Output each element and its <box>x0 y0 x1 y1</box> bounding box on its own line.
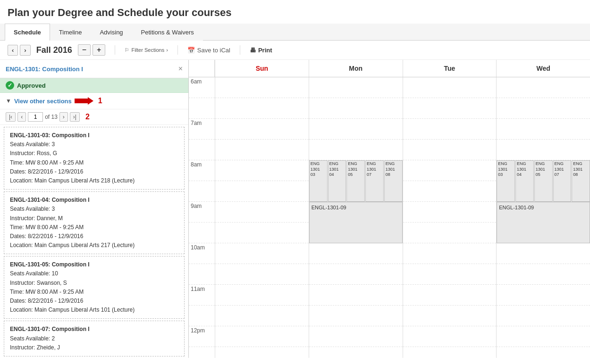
mon-slot-7am <box>309 119 403 140</box>
tue-slot-8am-h <box>403 181 497 202</box>
section-03-seats: Seats Available: 3 <box>10 140 178 149</box>
sun-slot-11am <box>215 285 309 306</box>
calendar-panel: Sun Mon Tue Wed 6am 7am 8am 9am 10am 11a… <box>189 60 590 358</box>
page-prev-button[interactable]: ‹ <box>17 112 26 122</box>
section-list: ENGL-1301-03: Composition I Seats Availa… <box>0 127 188 356</box>
wed-block-09[interactable]: ENGL-1301-09 <box>497 202 590 243</box>
sun-slot-7am <box>215 119 309 140</box>
time-11am-half <box>189 306 215 326</box>
mon-block-04[interactable]: ENG130104 <box>328 160 346 202</box>
section-item-05[interactable]: ENGL-1301-05: Composition I Seats Availa… <box>4 256 185 319</box>
wed-slot-11am <box>497 285 590 306</box>
tue-slot-10am <box>403 243 497 264</box>
semester-nav: ‹ › Fall 2016 − + <box>8 44 105 56</box>
time-8am-half <box>189 181 215 202</box>
mon-slot-11am <box>309 285 403 306</box>
toggle-collapse-icon[interactable]: ▼ <box>6 98 11 104</box>
section-07-seats: Seats Available: 2 <box>10 334 178 343</box>
tue-slot-12pm-h <box>403 347 497 358</box>
page-next-button[interactable]: › <box>59 112 68 122</box>
tab-schedule[interactable]: Schedule <box>5 24 50 41</box>
svg-marker-0 <box>75 97 93 105</box>
time-6am-half <box>189 98 215 119</box>
wed-block-07[interactable]: ENG130107 <box>553 160 572 202</box>
section-03-time: Time: MW 8:00 AM - 9:25 AM <box>10 158 178 167</box>
filter-label: Filter Sections <box>131 47 164 53</box>
toolbar-divider <box>115 45 115 55</box>
filter-sections-button[interactable]: ⚐ Filter Sections › <box>125 47 168 53</box>
zoom-in-button[interactable]: + <box>93 44 105 56</box>
wed-slot-9am: ENGL-1301-09 <box>497 202 590 223</box>
section-03-location: Location: Main Campus Liberal Arts 218 (… <box>10 176 178 185</box>
section-04-seats: Seats Available: 3 <box>10 205 178 214</box>
wed-block-05[interactable]: ENG130105 <box>534 160 553 202</box>
section-05-dates: Dates: 8/22/2016 - 12/9/2016 <box>10 297 178 306</box>
approved-label: Approved <box>17 82 46 89</box>
section-03-instructor: Instructor: Ross, G <box>10 149 178 158</box>
filter-arrow-icon: › <box>166 47 168 53</box>
sun-slot-11am-h <box>215 306 309 326</box>
section-07-instructor: Instructor: Zheide, J <box>10 343 178 352</box>
wed-block-04[interactable]: ENG130104 <box>515 160 534 202</box>
sun-slot-12pm <box>215 326 309 347</box>
zoom-out-button[interactable]: − <box>78 44 91 56</box>
filter-icon: ⚐ <box>125 47 129 53</box>
time-10am-half <box>189 264 215 285</box>
page-last-button[interactable]: ›| <box>70 112 80 122</box>
tue-slot-9am <box>403 202 497 223</box>
sun-slot-6am <box>215 77 309 98</box>
page-number-input[interactable] <box>28 112 43 122</box>
section-04-dates: Dates: 8/22/2016 - 12/9/2016 <box>10 232 178 241</box>
mon-slot-6am-h <box>309 98 403 119</box>
section-04-instructor: Instructor: Danner, M <box>10 214 178 223</box>
close-button[interactable]: × <box>178 65 183 73</box>
save-ical-button[interactable]: 📅 Save to iCal <box>187 47 230 54</box>
wed-block-03[interactable]: ENG130103 <box>497 160 515 202</box>
section-04-title: ENGL-1301-04: Composition I <box>10 196 178 205</box>
section-item-04[interactable]: ENGL-1301-04: Composition I Seats Availa… <box>4 191 185 254</box>
course-title-link[interactable]: ENGL-1301: Composition I <box>6 66 83 73</box>
wed-slot-7am <box>497 119 590 140</box>
page-of-label: of 13 <box>45 114 58 120</box>
day-header-wed: Wed <box>496 60 590 77</box>
section-item-07[interactable]: ENGL-1301-07: Composition I Seats Availa… <box>4 321 185 356</box>
tab-petitions[interactable]: Petitions & Waivers <box>132 24 203 41</box>
page-title: Plan your Degree and Schedule your cours… <box>0 0 590 24</box>
mon-block-08[interactable]: ENG130108 <box>384 160 403 202</box>
mon-block-07[interactable]: ENG130107 <box>365 160 384 202</box>
annotation-1: 1 <box>98 97 102 105</box>
prev-semester-button[interactable]: ‹ <box>8 45 18 56</box>
tue-slot-6am <box>403 77 497 98</box>
printer-icon: 🖶 <box>250 47 256 54</box>
time-6am: 6am <box>189 77 215 98</box>
toolbar-divider2 <box>177 45 178 55</box>
sun-slot-10am-h <box>215 264 309 285</box>
tue-slot-7am <box>403 119 497 140</box>
sun-slot-7am-h <box>215 140 309 160</box>
wed-block-08[interactable]: ENG130108 <box>572 160 590 202</box>
next-semester-button[interactable]: › <box>20 45 30 56</box>
sun-slot-9am <box>215 202 309 223</box>
section-item-03[interactable]: ENGL-1301-03: Composition I Seats Availa… <box>4 127 185 190</box>
sunday-column <box>215 77 309 358</box>
mon-block-09[interactable]: ENGL-1301-09 <box>309 202 403 243</box>
day-header-mon: Mon <box>309 60 403 77</box>
print-button[interactable]: 🖶 Print <box>250 47 272 54</box>
print-label: Print <box>258 47 272 54</box>
sun-slot-8am <box>215 160 309 181</box>
tab-timeline[interactable]: Timeline <box>50 24 91 41</box>
view-sections-link[interactable]: View other sections <box>14 98 72 105</box>
sun-slot-8am-h <box>215 181 309 202</box>
time-column: 6am 7am 8am 9am 10am 11am 12pm 1pm 2pm 3… <box>189 77 215 358</box>
tue-slot-11am-h <box>403 306 497 326</box>
mon-block-05[interactable]: ENG130105 <box>346 160 365 202</box>
wed-slot-12pm-h <box>497 347 590 358</box>
wed-slot-7am-h <box>497 140 590 160</box>
section-05-title: ENGL-1301-05: Composition I <box>10 260 178 269</box>
ical-label: Save to iCal <box>197 47 230 54</box>
mon-slot-8am: ENG130103 ENG130104 ENG130105 ENG130107 … <box>309 160 403 181</box>
page-first-button[interactable]: |‹ <box>6 112 16 122</box>
tab-advising[interactable]: Advising <box>91 24 132 41</box>
mon-slot-12pm <box>309 326 403 347</box>
mon-block-03[interactable]: ENG130103 <box>309 160 328 202</box>
